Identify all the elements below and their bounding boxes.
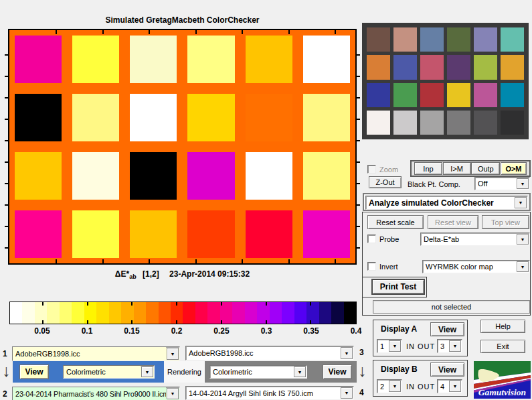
top-view-button[interactable]: Top view [482,215,529,229]
sim-patch [130,36,177,83]
black-pt-comp-select[interactable]: Off [474,177,530,190]
display-a-in-select[interactable]: 1 [377,339,402,353]
reset-view-button[interactable]: Reset view [428,215,478,229]
reset-scale-button[interactable]: Reset scale [367,215,424,229]
analysis-select-frame: Analyze simulated ColorChecker [363,193,531,211]
colorchecker-patch [474,55,497,79]
dropdown-arrow-icon[interactable] [141,366,153,377]
dropdown-arrow-icon[interactable] [389,340,401,352]
profile-slot4-select[interactable]: 14-04-2014 Argyll Sihl 6ink IS 750.icm [185,386,354,400]
output-to-monitor-button[interactable]: O>M [501,162,527,175]
dropdown-arrow-icon[interactable] [517,178,529,189]
profile-slot1-select[interactable]: AdobeRGB1998.icc [12,346,180,361]
metric-subscript: ab [129,273,137,280]
dropdown-arrow-icon[interactable] [167,388,179,399]
invert-checkbox[interactable] [367,262,376,271]
dropdown-arrow-icon[interactable] [294,366,306,377]
display-b-title: Display B [381,364,418,374]
dropdown-arrow-icon[interactable] [449,340,461,352]
dropdown-arrow-icon[interactable] [517,261,529,272]
colorchecker-patch [393,111,417,135]
colorbar-tick [131,320,132,324]
plot-tick [355,183,360,184]
color-map-select[interactable]: WYRMBK color map [422,260,530,273]
dropdown-arrow-icon[interactable] [341,387,353,399]
display-a-out-select[interactable]: 3 [437,339,462,353]
analysis-select[interactable]: Analyze simulated ColorChecker [365,196,528,210]
display-a-title: Display A [381,324,417,334]
sim-patch [15,210,62,258]
display-b-out-select[interactable]: 4 [437,379,462,393]
dropdown-arrow-icon[interactable] [515,197,527,208]
colorbar-tick-label: 0.4 [351,326,362,336]
profile-slot2-select[interactable]: 23-04-2014 Pharmacist's 480 Sihl Pro9000… [12,387,180,400]
plot-tick [355,97,360,98]
intent-right-select[interactable]: Colorimetric [209,365,307,379]
sim-patch [72,94,119,141]
colorchecker-patch [474,27,497,52]
zoom-checkbox[interactable] [367,165,376,174]
colorchecker-reference-grid [362,23,529,139]
display-b-in-select[interactable]: 2 [377,379,402,393]
colorchecker-reference-image [362,23,529,139]
intent-left-select[interactable]: Colorimetric [63,365,155,379]
colorbar [9,302,357,324]
rendering-label: Rendering [167,368,201,376]
colorbar-tick [176,320,177,324]
help-button[interactable]: Help [480,320,525,333]
display-b-view-button[interactable]: View [430,362,464,377]
gamutvision-window: Simulated GretagMacbeth ColorChecker ΔE*… [0,0,532,400]
probe-metric-select[interactable]: Delta-E*ab [420,232,530,246]
colorbar-tick [355,302,356,306]
colorbar-tick [266,302,267,306]
print-test-button[interactable]: Print Test [371,279,425,295]
inp-button[interactable]: Inp [414,162,442,175]
exit-button[interactable]: Exit [480,340,525,353]
plot-tick [288,29,290,34]
z-out-button[interactable]: Z-Out [369,176,402,188]
selection-index: [1,2] [143,269,159,279]
sim-patch [246,94,292,141]
profile-slot3-select[interactable]: AdobeRGB1998.icc [185,346,354,360]
colorchecker-patch [501,111,524,135]
view-right-button[interactable]: View [323,364,352,379]
outp-button[interactable]: Outp [471,162,500,175]
invert-checkbox-label: Invert [379,263,398,271]
dropdown-arrow-icon[interactable] [517,234,529,245]
dropdown-arrow-icon[interactable] [341,347,353,359]
colorchecker-patch [393,83,417,107]
colorbar-tick-label: 0.15 [124,326,139,336]
dropdown-arrow-icon[interactable] [449,381,461,392]
sim-patch [303,152,350,200]
display-b-panel: Display B View 2 IN OUT 4 [373,360,468,397]
sim-patch [187,210,234,258]
input-to-monitor-button[interactable]: I>M [443,162,471,175]
probe-checkbox-label: Probe [379,235,399,243]
probe-checkbox[interactable] [367,235,376,243]
black-pt-comp-label: Black Pt. Comp. [408,180,460,188]
plot-tick [5,54,9,56]
slot2-number-label: 2 [3,389,7,399]
plot-tick [149,29,150,34]
dropdown-arrow-icon[interactable] [389,381,401,392]
dropdown-arrow-icon[interactable] [167,348,179,360]
gamutvision-logo: Gamutvision [474,361,531,399]
plot-tick [5,76,9,77]
plot-tick [5,247,9,249]
plot-tick [242,259,243,265]
display-a-view-button[interactable]: View [430,322,464,336]
simulated-colorchecker-plot[interactable] [8,29,357,265]
sim-patch [187,152,234,200]
colorchecker-patch [447,27,470,52]
plot-tick [195,29,197,34]
down-arrow-icon: ↓ [2,362,11,379]
colorchecker-patch [367,27,390,52]
colorbar-tick [176,302,177,306]
sim-patch [303,36,350,83]
slot1-number-label: 1 [3,349,7,358]
plot-tick [242,29,243,34]
down-arrow-icon: ↓ [358,362,367,379]
plot-tick [355,76,360,77]
status-bar: not selected [373,300,530,314]
view-left-button[interactable]: View [19,364,49,379]
